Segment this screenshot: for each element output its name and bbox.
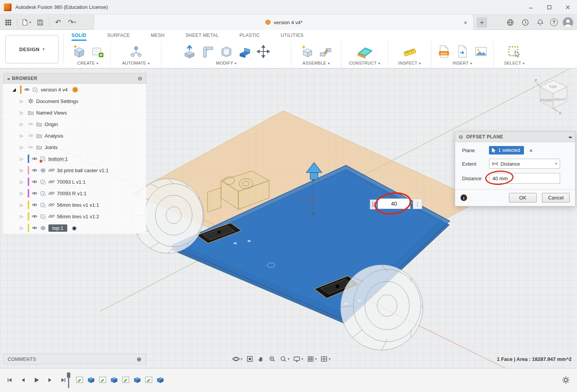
expand-icon[interactable]: ▷ (20, 133, 25, 138)
move-copy-icon[interactable] (256, 44, 271, 59)
expand-icon[interactable]: ▷ (20, 99, 25, 104)
timeline-sketch-feature-icon[interactable] (75, 375, 84, 384)
ok-button[interactable]: OK (509, 193, 537, 203)
notifications-bell-icon[interactable] (535, 17, 545, 27)
tree-item-top-selected[interactable]: ▷ top:1 ◉ (3, 222, 146, 234)
insert-canvas-icon[interactable] (473, 44, 489, 59)
new-component-icon[interactable] (299, 44, 315, 59)
activate-component-icon[interactable]: ◉ (72, 225, 76, 231)
press-pull-icon[interactable] (182, 44, 197, 59)
combine-icon[interactable] (237, 44, 253, 59)
expand-icon[interactable]: ▷ (20, 156, 25, 161)
tree-item-label[interactable]: 70093 R v1:1 (57, 191, 86, 196)
timeline-sketch-feature-icon[interactable] (98, 375, 107, 384)
visibility-eye-icon[interactable] (32, 202, 38, 208)
extent-dropdown[interactable]: Distance ▾ (489, 159, 560, 169)
tree-item-analysis[interactable]: ▷ Analysis (3, 130, 146, 141)
tab-solid[interactable]: SOLID (72, 33, 86, 41)
dialog-collapse-icon[interactable]: ⊖ (459, 134, 463, 140)
expand-icon[interactable]: ▷ (20, 145, 25, 150)
pan-button[interactable] (256, 354, 266, 364)
tree-item-origin[interactable]: ▷ Origin (3, 118, 146, 130)
expand-icon[interactable]: ▷ (20, 122, 25, 127)
create-menu[interactable]: CREATE ▾ (67, 61, 109, 65)
timeline-sketch-feature-icon[interactable] (121, 375, 130, 384)
expand-icon[interactable]: ▷ (20, 191, 25, 196)
tree-item-label[interactable]: Document Settings (36, 98, 78, 104)
inspect-menu[interactable]: INSPECT ▾ (390, 61, 429, 65)
timeline-extrude-feature-icon[interactable] (133, 375, 141, 384)
timeline-extrude-feature-icon[interactable] (156, 375, 165, 384)
tree-item-named-views[interactable]: ▷ Named Views (3, 107, 146, 118)
create-sketch-icon[interactable] (90, 44, 105, 59)
tree-item-56mm-tires-2[interactable]: ▷ 56mm tires v1 v1:2 (3, 211, 146, 222)
tree-item-root[interactable]: ◢ version 4 v4 (3, 84, 146, 95)
redo-button[interactable]: ↷▾ (67, 17, 77, 27)
visibility-eye-icon[interactable] (32, 156, 38, 162)
grid-snap-button[interactable]: ▾ (306, 354, 318, 364)
joint-icon[interactable] (318, 44, 333, 59)
timeline-extrude-feature-icon[interactable] (110, 375, 118, 384)
select-menu[interactable]: SELECT ▾ (495, 61, 534, 65)
collapse-panel-icon[interactable]: ◂◂ (7, 76, 8, 81)
tree-item-label[interactable]: version 4 v4 (41, 87, 68, 93)
dialog-dock-icon[interactable]: ▸▸ (569, 135, 572, 140)
job-status-clock-icon[interactable] (520, 17, 530, 27)
minimize-button[interactable] (522, 0, 540, 15)
tab-sheet-metal[interactable]: SHEET METAL (185, 33, 219, 41)
expand-icon[interactable]: ▷ (20, 214, 25, 219)
expand-icon[interactable]: ▷ (20, 179, 25, 184)
undo-button[interactable]: ↶ (53, 17, 63, 27)
dimension-options-button[interactable]: ⋮ (413, 199, 422, 209)
visibility-eye-off-icon[interactable] (28, 121, 34, 127)
app-grid-icon[interactable] (3, 17, 13, 27)
tree-item-label[interactable]: 56mm tires v1 v1:2 (57, 214, 99, 219)
tab-close-icon[interactable]: × (462, 18, 469, 26)
tree-item-joints[interactable]: ▷ Joints (3, 141, 146, 153)
dimension-input-grip[interactable] (370, 199, 377, 209)
timeline-position-marker[interactable] (67, 372, 70, 378)
timeline-settings-gear-icon[interactable] (562, 376, 570, 384)
visibility-eye-icon[interactable] (32, 190, 38, 196)
timeline-extrude-feature-icon[interactable] (87, 375, 95, 384)
tree-item-label[interactable]: Analysis (45, 133, 63, 139)
close-button[interactable] (559, 0, 577, 15)
visibility-eye-icon[interactable] (32, 213, 38, 219)
info-icon[interactable]: i (461, 194, 467, 201)
expand-icon[interactable]: ▷ (20, 203, 25, 208)
tree-item-bottom[interactable]: ▷ bottom:1 (3, 153, 146, 164)
tree-item-label[interactable]: bottom:1 (48, 156, 68, 162)
dialog-header[interactable]: ⊖ OFFSET PLANE ▸▸ (455, 132, 575, 142)
cancel-button[interactable]: Cancel (542, 193, 570, 203)
insert-svg-icon[interactable]: SVG (436, 44, 452, 59)
timeline-step-back-button[interactable] (18, 375, 28, 385)
insert-derive-icon[interactable] (455, 44, 470, 59)
zoom-fit-button[interactable] (268, 354, 277, 364)
automate-icon[interactable] (128, 44, 144, 59)
selected-item-label[interactable]: top:1 (48, 224, 67, 232)
timeline-sketch-feature-icon[interactable] (145, 375, 153, 384)
automate-menu[interactable]: AUTOMATE ▾ (112, 61, 160, 65)
visibility-eye-off-icon[interactable] (28, 144, 34, 150)
shell-icon[interactable] (219, 44, 234, 59)
measure-icon[interactable] (402, 44, 417, 59)
visibility-eye-icon[interactable] (24, 86, 30, 93)
user-avatar[interactable] (563, 17, 573, 28)
construct-plane-icon[interactable] (356, 43, 374, 60)
fillet-icon[interactable] (200, 44, 216, 59)
select-icon[interactable] (507, 44, 522, 59)
dimension-value-input[interactable] (377, 198, 411, 209)
timeline-play-button[interactable] (32, 375, 42, 385)
tree-item-70093-l[interactable]: ▷ 70093 L v1:1 (3, 176, 146, 188)
extensions-globe-icon[interactable] (505, 17, 515, 27)
file-menu-button[interactable]: ▾ (21, 17, 31, 27)
construct-menu[interactable]: CONSTRUCT ▾ (343, 61, 386, 65)
tree-item-label[interactable]: Named Views (36, 110, 67, 116)
new-solid-icon[interactable] (71, 44, 86, 59)
visibility-eye-icon[interactable] (32, 167, 38, 173)
display-settings-button[interactable]: ▾ (292, 354, 304, 364)
expand-icon[interactable]: ▷ (20, 226, 25, 231)
tab-plastic[interactable]: PLASTIC (239, 33, 260, 41)
visibility-eye-icon[interactable] (32, 179, 38, 185)
assemble-menu[interactable]: ASSEMBLE ▾ (293, 61, 339, 65)
